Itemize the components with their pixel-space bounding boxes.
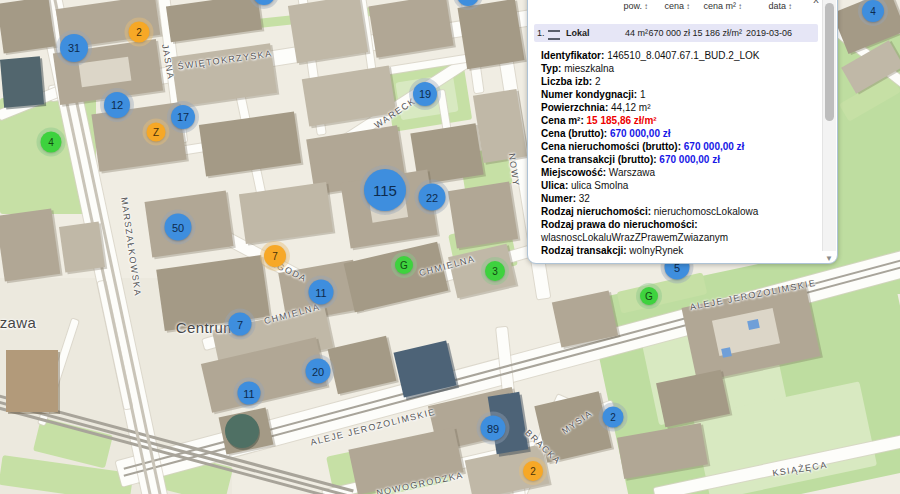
property-detail: Cena nieruchomości (brutto): 670 000,00 … bbox=[541, 140, 811, 153]
map-building bbox=[0, 0, 55, 53]
map-building bbox=[288, 0, 368, 63]
map-cluster-marker[interactable]: G bbox=[395, 256, 413, 274]
map-cluster-marker[interactable]: 22 bbox=[419, 184, 446, 211]
property-detail: Powierzchnia: 44,12 m² bbox=[541, 101, 811, 114]
property-detail: Liczba izb: 2 bbox=[541, 75, 811, 88]
map-building bbox=[448, 182, 518, 249]
sort-icon[interactable]: ↕ bbox=[788, 2, 792, 11]
property-detail: Ulica: ulica Smolna bbox=[541, 179, 811, 192]
map-cluster-marker[interactable]: 17 bbox=[171, 105, 195, 129]
property-detail: Rodzaj transakcji: wolnyRynek bbox=[541, 244, 811, 257]
property-detail: Cena transakcji (brutto): 670 000,00 zł bbox=[541, 153, 811, 166]
map-cluster-marker[interactable]: 11 bbox=[309, 280, 334, 305]
map-cluster-marker[interactable]: 20 bbox=[306, 359, 331, 384]
map-building-palace bbox=[6, 350, 58, 412]
property-detail: Rodzaj prawa do nieruchomości: wlasnoscL… bbox=[541, 218, 811, 244]
property-detail: Cena m²: 15 185,86 zł/m² bbox=[541, 114, 811, 127]
map-building bbox=[0, 208, 60, 281]
property-detail: Typ: mieszkalna bbox=[541, 62, 811, 75]
map-building bbox=[199, 112, 301, 177]
row-index: 1. bbox=[537, 28, 545, 38]
map-cluster-marker[interactable]: 4 bbox=[862, 0, 884, 22]
property-detail: Miejscowość: Warszawa bbox=[541, 166, 811, 179]
scrollbar-thumb[interactable] bbox=[825, 3, 834, 121]
property-details: Identyfikator: 146510_8.0407.67.1_BUD.2_… bbox=[541, 49, 811, 257]
map-building-tower bbox=[0, 56, 44, 107]
column-header-m2[interactable]: cena m²↕ bbox=[690, 1, 742, 11]
popup-scrollbar[interactable]: ▲ ▼ bbox=[822, 0, 836, 251]
result-row[interactable]: 1. Lokal 44 m² 670 000 zł 15 186 zł/m² 2… bbox=[534, 24, 818, 42]
column-header-data[interactable]: data↕ bbox=[742, 1, 792, 11]
map-cluster-marker[interactable]: 12 bbox=[104, 92, 130, 118]
map-building bbox=[328, 336, 397, 394]
map-building bbox=[344, 242, 449, 312]
property-detail: Numer: 32 bbox=[541, 192, 811, 205]
map-cluster-marker[interactable]: 7 bbox=[264, 245, 286, 267]
map-building bbox=[368, 0, 453, 58]
map-cluster-marker[interactable]: 19 bbox=[413, 82, 437, 106]
map-building bbox=[166, 0, 262, 42]
map-church-dome bbox=[225, 414, 259, 448]
map-building bbox=[59, 221, 105, 272]
map-cluster-marker[interactable]: 4 bbox=[41, 132, 62, 153]
column-header-pow[interactable]: pow.↕ bbox=[568, 1, 648, 11]
property-detail: Cena (brutto): 670 000,00 zł bbox=[541, 127, 811, 140]
map-cluster-marker[interactable]: 115 bbox=[364, 169, 406, 211]
map-cluster-marker[interactable]: 2 bbox=[129, 22, 150, 43]
map-building bbox=[458, 0, 525, 69]
map-cluster-marker[interactable]: 3 bbox=[485, 261, 505, 281]
results-popup: x pow.↕cena↕cena m²↕data↕ 1. Lokal 44 m²… bbox=[527, 0, 838, 264]
row-area: 44 m² bbox=[568, 28, 648, 38]
row-price-per-m2: 15 186 zł/m² bbox=[690, 28, 742, 38]
property-detail: Rodzaj nieruchomości: nieruchomoscLokalo… bbox=[541, 205, 811, 218]
results-table-header: pow.↕cena↕cena m²↕data↕ bbox=[528, 1, 823, 14]
lokal-icon bbox=[548, 30, 560, 40]
app-window: JASNAŚWIĘTOKRZYSKAWARECKAMARSZAŁKOWSKAZG… bbox=[0, 0, 900, 494]
row-price: 670 000 zł bbox=[644, 28, 690, 38]
map-pool bbox=[721, 347, 732, 358]
city-label: Centrum bbox=[176, 319, 236, 336]
property-detail: Numer kondygnacji: 1 bbox=[541, 88, 811, 101]
scroll-down-icon[interactable]: ▼ bbox=[825, 254, 833, 263]
map-cluster-marker[interactable]: 50 bbox=[165, 214, 192, 241]
map-cluster-marker[interactable]: G bbox=[640, 287, 658, 305]
map-cluster-marker[interactable]: 2 bbox=[603, 407, 624, 428]
map-cluster-marker[interactable]: 89 bbox=[481, 416, 506, 441]
property-detail: Identyfikator: 146510_8.0407.67.1_BUD.2_… bbox=[541, 49, 811, 62]
map-cluster-marker[interactable]: 11 bbox=[238, 382, 261, 405]
map-cluster-marker[interactable]: 2 bbox=[523, 461, 543, 481]
map-cluster-marker[interactable]: Z bbox=[147, 123, 166, 142]
column-header-cena[interactable]: cena↕ bbox=[644, 1, 690, 11]
city-label: zawa bbox=[0, 314, 36, 331]
scroll-up-icon[interactable]: ▲ bbox=[825, 0, 833, 2]
map-building bbox=[239, 182, 333, 244]
map-cluster-marker[interactable]: 31 bbox=[60, 34, 88, 62]
map-cluster-marker[interactable]: 7 bbox=[229, 313, 252, 336]
row-date: 2019-03-06 bbox=[742, 28, 792, 38]
